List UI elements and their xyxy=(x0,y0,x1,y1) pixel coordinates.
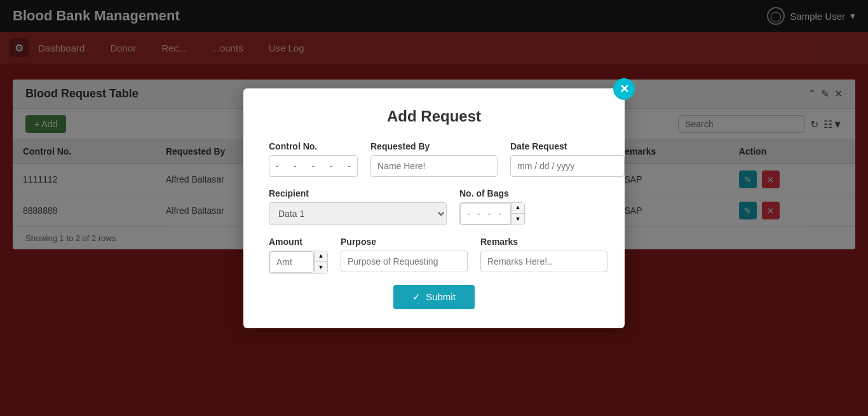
bags-input[interactable] xyxy=(460,203,511,225)
remarks-input[interactable] xyxy=(480,251,607,272)
bags-spinner: ▲ ▼ xyxy=(459,202,525,225)
form-row-3: Amount ▲ ▼ Purpose Remarks xyxy=(269,237,599,274)
form-row-2: Recipient Data 1 No. of Bags ▲ ▼ xyxy=(269,188,599,225)
form-row-1: Control No. Requested By Date Request xyxy=(269,141,599,177)
modal-title: Add Request xyxy=(269,107,599,125)
control-no-label: Control No. xyxy=(269,141,358,151)
form-group-recipient: Recipient Data 1 xyxy=(269,188,447,225)
bags-spinner-buttons: ▲ ▼ xyxy=(511,203,524,225)
form-group-purpose: Purpose xyxy=(341,237,468,274)
submit-check-icon: ✓ xyxy=(412,291,421,303)
purpose-label: Purpose xyxy=(341,237,468,247)
date-request-label: Date Request xyxy=(510,141,625,151)
form-group-amount: Amount ▲ ▼ xyxy=(269,237,328,274)
requested-by-input[interactable] xyxy=(370,155,498,177)
amount-increment-button[interactable]: ▲ xyxy=(315,251,327,262)
amount-label: Amount xyxy=(269,237,328,247)
add-request-modal: ✕ Add Request Control No. Requested By D… xyxy=(243,88,625,328)
amount-decrement-button[interactable]: ▼ xyxy=(315,262,327,273)
form-group-control-no: Control No. xyxy=(269,141,358,177)
amount-spinner-buttons: ▲ ▼ xyxy=(314,251,327,273)
modal-overlay: ✕ Add Request Control No. Requested By D… xyxy=(0,0,868,416)
form-group-date-request: Date Request xyxy=(510,141,625,177)
recipient-label: Recipient xyxy=(269,188,447,198)
form-group-requested-by: Requested By xyxy=(370,141,498,177)
amount-input[interactable] xyxy=(269,251,314,273)
purpose-input[interactable] xyxy=(341,251,468,272)
bags-label: No. of Bags xyxy=(459,188,525,198)
submit-label: Submit xyxy=(426,291,456,302)
amount-spinner: ▲ ▼ xyxy=(269,251,328,274)
bags-decrement-button[interactable]: ▼ xyxy=(512,214,524,225)
form-group-remarks: Remarks xyxy=(480,237,607,274)
date-request-input[interactable] xyxy=(510,155,625,177)
form-group-bags: No. of Bags ▲ ▼ xyxy=(459,188,525,225)
remarks-label: Remarks xyxy=(480,237,607,247)
bags-increment-button[interactable]: ▲ xyxy=(512,203,524,214)
submit-area: ✓ Submit xyxy=(269,285,599,309)
modal-close-button[interactable]: ✕ xyxy=(613,78,635,100)
recipient-select[interactable]: Data 1 xyxy=(269,202,447,225)
control-no-input[interactable] xyxy=(269,155,358,177)
submit-button[interactable]: ✓ Submit xyxy=(393,285,475,309)
requested-by-label: Requested By xyxy=(370,141,498,151)
